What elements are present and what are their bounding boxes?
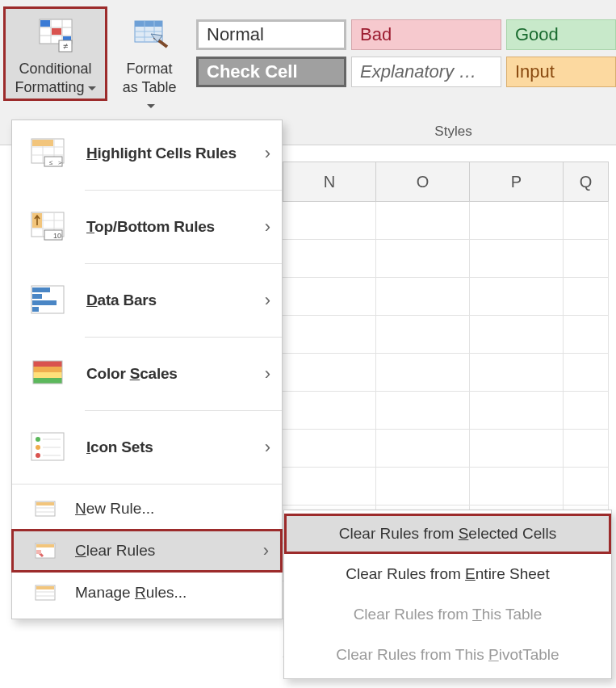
separator — [85, 337, 282, 338]
cell[interactable] — [283, 354, 376, 392]
style-good[interactable]: Good — [506, 19, 616, 50]
clear-rules-submenu: Clear Rules from Selected Cells Clear Ru… — [283, 510, 612, 679]
svg-text:≠: ≠ — [63, 41, 68, 51]
cell[interactable] — [283, 468, 376, 506]
separator — [85, 190, 282, 191]
column-header[interactable]: O — [376, 162, 470, 202]
menu-top-bottom-rules[interactable]: 10 Top/Bottom Rules › — [12, 194, 282, 260]
svg-rect-11 — [135, 21, 162, 27]
menu-label: Clear Rules — [75, 542, 155, 560]
cell[interactable] — [564, 240, 609, 278]
column-headers: N O P Q — [283, 162, 616, 202]
svg-rect-21 — [32, 140, 53, 146]
svg-rect-40 — [33, 372, 62, 378]
svg-rect-5 — [40, 20, 50, 27]
menu-manage-rules[interactable]: Manage Rules... — [12, 572, 282, 614]
cell[interactable] — [470, 278, 564, 316]
menu-label: Color Scales — [86, 365, 265, 383]
cell[interactable] — [564, 392, 609, 430]
cell[interactable] — [564, 468, 609, 506]
cell[interactable] — [470, 202, 564, 240]
svg-text:10: 10 — [53, 232, 61, 240]
chevron-right-icon: › — [263, 540, 269, 561]
cell[interactable] — [470, 316, 564, 354]
menu-icon-sets[interactable]: Icon Sets › — [12, 414, 282, 480]
cell[interactable] — [283, 202, 376, 240]
svg-rect-39 — [33, 367, 62, 372]
chevron-down-icon — [144, 97, 155, 113]
clear-rules-icon — [35, 542, 56, 560]
cell[interactable] — [376, 202, 470, 240]
svg-point-45 — [36, 445, 40, 450]
menu-label: Highlight Cells Rules — [86, 145, 265, 162]
menu-color-scales[interactable]: Color Scales › — [12, 341, 282, 407]
cell[interactable] — [564, 202, 609, 240]
column-header[interactable]: P — [470, 162, 564, 202]
chevron-right-icon: › — [265, 143, 270, 164]
style-bad[interactable]: Bad — [351, 19, 501, 50]
style-input[interactable]: Input — [506, 57, 616, 87]
cell[interactable] — [470, 392, 564, 430]
menu-data-bars[interactable]: Data Bars › — [12, 267, 282, 334]
styles-group-label: Styles — [291, 124, 616, 140]
conditional-formatting-button[interactable]: ≠ Conditional Formatting — [5, 8, 106, 99]
svg-rect-38 — [33, 361, 62, 367]
svg-rect-36 — [32, 300, 57, 305]
cell[interactable] — [376, 430, 470, 468]
cell[interactable] — [564, 316, 609, 354]
cell[interactable] — [283, 240, 376, 278]
top-bottom-icon: 10 — [30, 209, 65, 245]
cell[interactable] — [376, 392, 470, 430]
svg-rect-58 — [36, 586, 54, 589]
menu-new-rule[interactable]: New Rule... — [12, 488, 282, 530]
svg-point-46 — [36, 453, 40, 458]
separator — [85, 410, 282, 411]
column-header[interactable]: N — [283, 162, 376, 202]
sub-clear-selected[interactable]: Clear Rules from Selected Cells — [284, 514, 611, 554]
chevron-right-icon: › — [265, 363, 270, 384]
svg-text:>: > — [58, 159, 62, 166]
sub-clear-pivot: Clear Rules from This PivotTable — [284, 635, 611, 675]
sub-clear-entire[interactable]: Clear Rules from Entire Sheet — [284, 554, 611, 594]
conditional-formatting-menu: ≤> Highlight Cells Rules › 10 Top/Bottom… — [11, 120, 283, 619]
cell[interactable] — [376, 316, 470, 354]
svg-text:≤: ≤ — [49, 159, 53, 166]
cell[interactable] — [470, 240, 564, 278]
cell[interactable] — [283, 430, 376, 468]
format-as-table-label: Format as Table — [117, 60, 182, 115]
cell[interactable] — [470, 430, 564, 468]
chevron-right-icon: › — [265, 216, 270, 237]
cell[interactable] — [470, 468, 564, 506]
menu-clear-rules[interactable]: Clear Rules › — [12, 530, 282, 572]
svg-rect-51 — [36, 502, 54, 506]
svg-rect-55 — [36, 544, 54, 547]
cell[interactable] — [376, 354, 470, 392]
column-header[interactable]: Q — [564, 162, 609, 202]
cell[interactable] — [376, 278, 470, 316]
cell[interactable] — [564, 430, 609, 468]
cell[interactable] — [564, 278, 609, 316]
cell[interactable] — [283, 278, 376, 316]
format-as-table-button[interactable]: Format as Table — [111, 8, 188, 118]
svg-point-44 — [36, 437, 40, 442]
style-explanatory[interactable]: Explanatory … — [351, 57, 501, 87]
menu-label: Icon Sets — [86, 438, 265, 456]
separator — [12, 484, 282, 485]
menu-label: Data Bars — [86, 292, 265, 309]
icon-sets-icon — [30, 430, 65, 465]
chevron-right-icon: › — [265, 290, 270, 311]
style-check-cell[interactable]: Check Cell — [196, 57, 346, 87]
svg-rect-41 — [33, 378, 62, 384]
cell-styles-gallery[interactable]: Normal Bad Good Check Cell Explanatory …… — [196, 19, 616, 87]
svg-rect-34 — [32, 287, 50, 292]
cell[interactable] — [283, 392, 376, 430]
chevron-down-icon — [85, 79, 96, 95]
menu-highlight-cells-rules[interactable]: ≤> Highlight Cells Rules › — [12, 120, 282, 187]
cell[interactable] — [283, 316, 376, 354]
cell[interactable] — [470, 354, 564, 392]
cell[interactable] — [376, 468, 470, 506]
cell[interactable] — [376, 240, 470, 278]
cell[interactable] — [564, 354, 609, 392]
chevron-right-icon: › — [265, 437, 270, 458]
style-normal[interactable]: Normal — [196, 19, 346, 50]
